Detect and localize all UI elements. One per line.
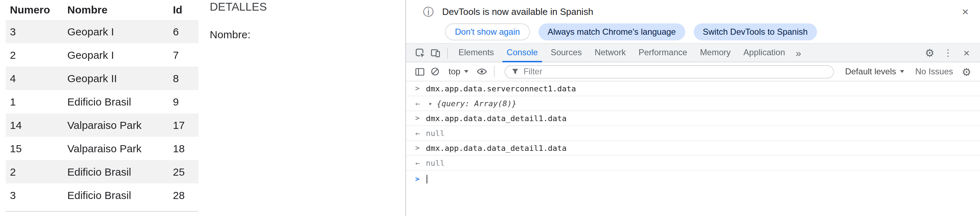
- cell-id: 6: [169, 20, 199, 43]
- divider: [493, 66, 494, 77]
- console-command-row: > dmx.app.data.data_detail1.data: [406, 141, 980, 156]
- cell-numero: 1: [6, 90, 63, 113]
- cell-id: 17: [169, 113, 199, 137]
- tab-memory[interactable]: Memory: [694, 44, 737, 62]
- return-arrow-icon: ←: [415, 129, 426, 137]
- table-row[interactable]: 15 Valparaiso Park 18: [6, 137, 199, 160]
- details-panel: DETALLES Nombre:: [210, 0, 267, 40]
- console-result-row: ← ▸ {query: Array(8)}: [406, 96, 980, 111]
- table-row[interactable]: 1 Edificio Brasil 9: [6, 90, 199, 113]
- info-icon: ⓘ: [423, 6, 434, 17]
- tab-application[interactable]: Application: [737, 44, 791, 62]
- dont-show-again-button[interactable]: Don't show again: [445, 23, 530, 40]
- banner-buttons-row: Don't show again Always match Chrome's l…: [406, 23, 980, 40]
- cell-nombre: Valparaiso Park: [63, 113, 169, 137]
- return-arrow-icon: ←: [415, 100, 426, 107]
- more-options-icon[interactable]: ⋮: [940, 45, 956, 60]
- cell-numero: 15: [6, 137, 63, 160]
- device-toolbar-icon[interactable]: [427, 45, 443, 60]
- column-header-numero: Numero: [6, 0, 63, 20]
- console-prompt[interactable]: >: [406, 171, 980, 186]
- records-table: Numero Nombre Id 3 Geopark I 6 2 Geopark…: [6, 0, 199, 212]
- cell-nombre: Geopark II: [63, 67, 169, 90]
- name-label: Nombre:: [210, 28, 267, 40]
- tab-performance[interactable]: Performance: [632, 44, 694, 62]
- column-header-id: Id: [169, 0, 199, 20]
- return-arrow-icon: ←: [415, 159, 426, 167]
- console-toolbar: top Default levels No Issues: [406, 62, 980, 81]
- cell-numero: 3: [6, 20, 63, 43]
- inspect-element-icon[interactable]: [412, 45, 427, 60]
- details-heading: DETALLES: [210, 0, 267, 13]
- clear-console-icon[interactable]: [427, 64, 443, 79]
- devtools-panel: ⓘ DevTools is now available in Spanish ×…: [405, 0, 980, 216]
- command-text: dmx.app.data.serverconnect1.data: [426, 84, 576, 93]
- result-object-preview: {query: Array(8)}: [437, 99, 517, 108]
- console-settings-gear-icon[interactable]: ⚙: [959, 64, 974, 79]
- tab-sources[interactable]: Sources: [544, 44, 588, 62]
- screen: Numero Nombre Id 3 Geopark I 6 2 Geopark…: [0, 0, 980, 216]
- context-selector-label: top: [449, 67, 460, 76]
- text-cursor: [426, 175, 427, 183]
- cell-numero: 2: [6, 160, 63, 183]
- banner-message: DevTools is now available in Spanish: [442, 6, 593, 17]
- table-row[interactable]: 3 Edificio Brasil 28: [6, 183, 199, 207]
- devtools-tabbar: Elements Console Sources Network Perform…: [406, 43, 980, 62]
- tab-elements[interactable]: Elements: [452, 44, 500, 62]
- filter-input[interactable]: [523, 65, 827, 78]
- cell-id: 9: [169, 90, 199, 113]
- console-command-row: > dmx.app.data.serverconnect1.data: [406, 81, 980, 96]
- cell-numero: 4: [6, 67, 63, 90]
- cell-nombre: Edificio Brasil: [63, 183, 169, 207]
- result-null-text: null: [426, 158, 445, 167]
- cell-nombre: Edificio Brasil: [63, 160, 169, 183]
- table-row[interactable]: 14 Valparaiso Park 17: [6, 113, 199, 137]
- context-selector[interactable]: top: [443, 67, 474, 76]
- cell-nombre: Valparaiso Park: [63, 137, 169, 160]
- log-levels-selector[interactable]: Default levels: [839, 67, 910, 76]
- console-result-row: ← null: [406, 126, 980, 141]
- filter-funnel-icon: [511, 67, 519, 76]
- settings-gear-icon[interactable]: ⚙: [922, 45, 937, 60]
- close-icon[interactable]: ×: [962, 6, 969, 18]
- banner-message-row: ⓘ DevTools is now available in Spanish ×: [406, 3, 980, 19]
- table-row[interactable]: 2 Geopark I 7: [6, 43, 199, 67]
- expand-triangle-icon[interactable]: ▸: [429, 100, 433, 106]
- cell-id: 28: [169, 183, 199, 207]
- command-text: dmx.app.data.data_detail1.data: [426, 114, 566, 123]
- match-language-button[interactable]: Always match Chrome's language: [538, 23, 685, 40]
- no-issues-button[interactable]: No Issues: [910, 67, 959, 76]
- language-banner: ⓘ DevTools is now available in Spanish ×…: [406, 0, 980, 43]
- cell-id: 7: [169, 43, 199, 67]
- prompt-chevron-icon: >: [415, 85, 426, 92]
- live-expression-eye-icon[interactable]: [474, 64, 489, 79]
- cell-numero: 14: [6, 113, 63, 137]
- table-row[interactable]: 4 Geopark II 8: [6, 67, 199, 90]
- switch-to-spanish-button[interactable]: Switch DevTools to Spanish: [694, 23, 817, 40]
- cell-nombre: Geopark I: [63, 20, 169, 43]
- more-tabs-button[interactable]: »: [792, 47, 806, 59]
- tab-network[interactable]: Network: [588, 44, 632, 62]
- result-null-text: null: [426, 129, 445, 138]
- filter-box: [504, 65, 834, 78]
- table-row[interactable]: 2 Edificio Brasil 25: [6, 160, 199, 183]
- table-header-row: Numero Nombre Id: [6, 0, 199, 20]
- cell-nombre: Geopark I: [63, 43, 169, 67]
- tab-console[interactable]: Console: [500, 44, 544, 62]
- table-row[interactable]: 3 Geopark I 6: [6, 20, 199, 43]
- column-header-nombre: Nombre: [63, 0, 169, 20]
- log-levels-label: Default levels: [845, 67, 896, 76]
- console-sidebar-icon[interactable]: [412, 64, 427, 79]
- prompt-chevron-icon: >: [415, 115, 426, 122]
- close-devtools-icon[interactable]: ×: [959, 45, 974, 60]
- cell-numero: 3: [6, 183, 63, 207]
- divider: [447, 47, 448, 59]
- prompt-chevron-icon: >: [415, 176, 426, 183]
- cell-nombre: Edificio Brasil: [63, 90, 169, 113]
- console-log: > dmx.app.data.serverconnect1.data ← ▸ {…: [406, 81, 980, 186]
- table-body: 3 Geopark I 6 2 Geopark I 7 4 Geopark II…: [6, 20, 199, 207]
- cell-id: 25: [169, 160, 199, 183]
- chevron-down-icon: [464, 70, 468, 73]
- cell-id: 18: [169, 137, 199, 160]
- cell-id: 8: [169, 67, 199, 90]
